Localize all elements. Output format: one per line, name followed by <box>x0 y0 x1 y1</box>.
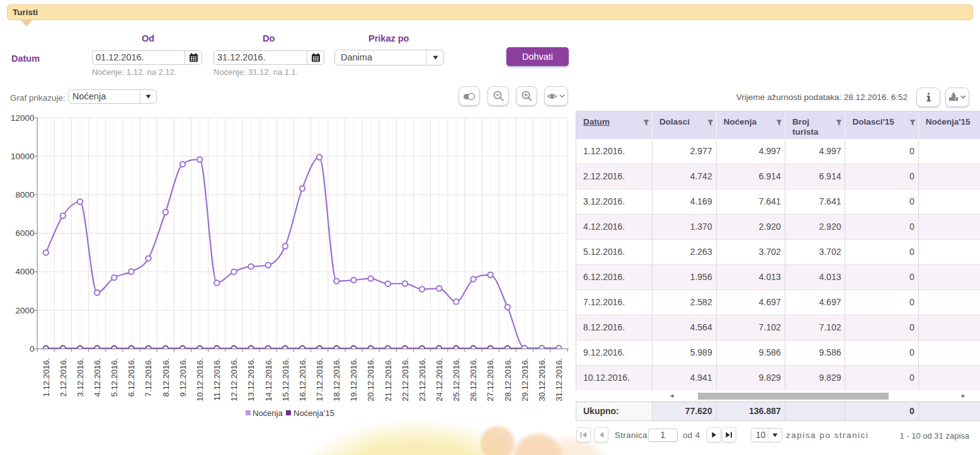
svg-text:28.12.2016.: 28.12.2016. <box>503 358 513 402</box>
svg-text:8.12.2016.: 8.12.2016. <box>161 358 171 396</box>
svg-text:2.12.2016.: 2.12.2016. <box>59 358 68 396</box>
svg-text:19.12.2016.: 19.12.2016. <box>349 358 358 402</box>
svg-text:31.12.2016.: 31.12.2016. <box>554 358 564 402</box>
svg-text:18.12.2016.: 18.12.2016. <box>332 358 341 402</box>
svg-text:6000: 6000 <box>15 228 34 238</box>
svg-text:20.12.2016.: 20.12.2016. <box>366 358 375 402</box>
svg-text:7.12.2016.: 7.12.2016. <box>144 358 153 396</box>
svg-text:12.12.2016.: 12.12.2016. <box>229 358 239 402</box>
svg-text:4.12.2016.: 4.12.2016. <box>93 358 102 396</box>
svg-text:5.12.2016.: 5.12.2016. <box>110 358 119 396</box>
svg-text:0: 0 <box>30 344 35 354</box>
svg-text:23.12.2016.: 23.12.2016. <box>418 358 427 402</box>
svg-text:15.12.2016.: 15.12.2016. <box>281 358 290 402</box>
svg-text:9.12.2016.: 9.12.2016. <box>178 358 188 396</box>
svg-text:2000: 2000 <box>15 306 34 315</box>
svg-text:25.12.2016.: 25.12.2016. <box>452 358 461 402</box>
svg-text:17.12.2016.: 17.12.2016. <box>315 358 324 402</box>
svg-text:16.12.2016.: 16.12.2016. <box>298 358 307 402</box>
svg-text:30.12.2016.: 30.12.2016. <box>537 358 547 402</box>
svg-text:8000: 8000 <box>15 190 34 199</box>
svg-text:22.12.2016.: 22.12.2016. <box>401 358 410 402</box>
svg-text:11.12.2016.: 11.12.2016. <box>212 358 222 401</box>
svg-text:14.12.2016.: 14.12.2016. <box>264 358 273 402</box>
svg-text:4000: 4000 <box>15 267 34 276</box>
svg-text:10000: 10000 <box>11 152 35 161</box>
svg-text:6.12.2016.: 6.12.2016. <box>127 358 136 396</box>
svg-text:29.12.2016.: 29.12.2016. <box>520 358 530 402</box>
svg-text:12000: 12000 <box>11 113 35 123</box>
svg-text:3.12.2016.: 3.12.2016. <box>76 358 85 396</box>
svg-text:21.12.2016.: 21.12.2016. <box>384 358 393 402</box>
svg-text:13.12.2016.: 13.12.2016. <box>246 358 256 402</box>
svg-text:27.12.2016.: 27.12.2016. <box>486 358 495 402</box>
svg-text:10.12.2016.: 10.12.2016. <box>195 358 205 402</box>
svg-text:1.12.2016.: 1.12.2016. <box>42 358 51 396</box>
svg-text:24.12.2016.: 24.12.2016. <box>435 358 444 402</box>
svg-text:26.12.2016.: 26.12.2016. <box>469 358 478 402</box>
